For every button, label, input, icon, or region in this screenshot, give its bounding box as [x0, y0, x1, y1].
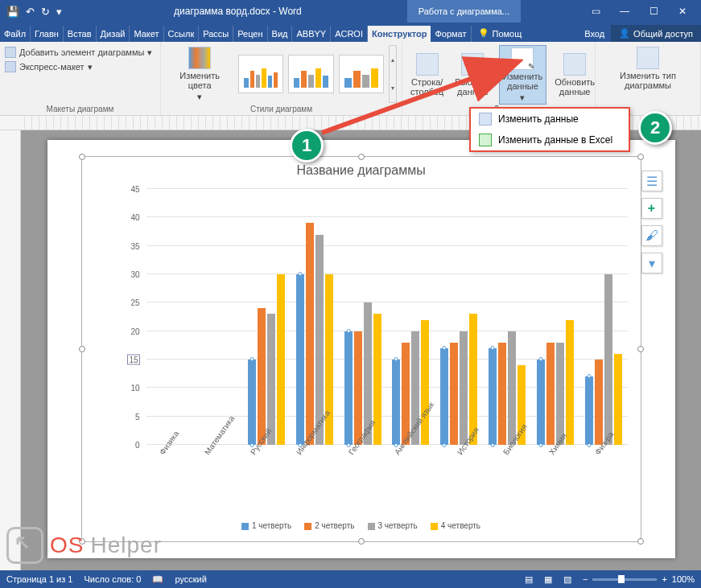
tab-references[interactable]: Ссылк [164, 26, 200, 42]
change-chart-type-button[interactable]: Изменить тип диаграммы [600, 45, 695, 92]
view-read-icon[interactable]: ▤ [525, 574, 533, 585]
watermark: OS Helper [6, 527, 162, 564]
chart-filters-button[interactable]: 🖌 [641, 225, 662, 246]
qat-more-icon[interactable]: ▾ [56, 6, 62, 18]
titlebar: 💾 ↶ ↻ ▾ диаграмма ворд.docx - Word Работ… [0, 0, 701, 23]
ribbon-options-icon[interactable]: ▭ [583, 6, 608, 17]
document-page: Название диаграммы 051015202530354045 Фи… [47, 140, 675, 558]
add-element-icon [5, 47, 16, 58]
bar-group [435, 189, 483, 445]
quick-layout-button[interactable]: Экспресс-макет ▾ [5, 60, 155, 74]
tab-acrobat[interactable]: ACROI [331, 26, 368, 42]
refresh-data-button[interactable]: Обновить данные [551, 51, 598, 98]
tab-abbyy[interactable]: ABBYY [292, 26, 331, 42]
bar-group [579, 189, 628, 445]
bar-group [194, 189, 242, 445]
bar[interactable] [258, 308, 266, 445]
minimize-icon[interactable]: — [612, 6, 637, 17]
share-button[interactable]: 👤 Общий доступ [611, 25, 701, 42]
bar-group [242, 189, 291, 445]
bar-group [531, 189, 579, 445]
chart-styles-button[interactable]: + [641, 198, 662, 219]
tab-chart-format[interactable]: Формат [431, 26, 471, 42]
legend-item[interactable]: 2 четверть [304, 521, 354, 530]
tab-home[interactable]: Главн [31, 26, 64, 42]
bar-group [339, 189, 387, 445]
proofing-icon[interactable]: 📖 [152, 574, 163, 585]
zoom-level[interactable]: 100% [672, 574, 695, 584]
view-print-icon[interactable]: ▦ [544, 574, 552, 585]
chart-object[interactable]: Название диаграммы 051015202530354045 Фи… [81, 156, 641, 542]
bar-group [483, 189, 531, 445]
y-tick-label: 15 [127, 355, 139, 365]
legend-item[interactable]: 4 четверть [431, 521, 480, 530]
add-chart-element-button[interactable]: Добавить элемент диаграммы ▾ [5, 45, 155, 60]
y-tick-label: 40 [130, 213, 139, 222]
zoom-slider[interactable] [592, 578, 657, 581]
tab-review[interactable]: Рецен [233, 26, 267, 42]
tab-chart-design[interactable]: Конструктор [368, 26, 431, 42]
zoom-out-icon[interactable]: − [583, 574, 588, 584]
y-tick-label: 5 [135, 412, 140, 421]
svg-line-0 [322, 63, 515, 133]
chart-legend[interactable]: 1 четверть2 четверть3 четверть4 четверть [82, 521, 641, 530]
bar[interactable] [354, 331, 362, 445]
callout-2: 2 [638, 111, 672, 145]
zoom-in-icon[interactable]: + [662, 574, 666, 584]
page-status[interactable]: Страница 1 из 1 [6, 574, 72, 584]
document-title: диаграмма ворд.docx - Word [68, 6, 407, 17]
vertical-ruler[interactable] [0, 130, 21, 570]
callout-1: 1 [290, 129, 324, 162]
undo-icon[interactable]: ↶ [26, 6, 35, 18]
redo-icon[interactable]: ↻ [41, 6, 50, 18]
chart-funnel-button[interactable]: ▾ [641, 253, 662, 273]
bar[interactable] [508, 331, 516, 445]
y-tick-label: 45 [130, 185, 139, 194]
quick-layout-icon [5, 61, 16, 72]
tab-design[interactable]: Дизай [97, 26, 130, 42]
y-tick-label: 30 [130, 270, 139, 279]
y-tick-label: 20 [130, 327, 139, 335]
y-tick-label: 0 [135, 441, 140, 450]
chart-style-1[interactable] [238, 55, 283, 93]
ribbon-tabs: Файл Главн Встав Дизай Макет Ссылк Рассы… [0, 23, 701, 42]
context-tab-title: Работа с диаграмма... [407, 0, 521, 23]
close-icon[interactable]: ✕ [670, 6, 695, 17]
tell-me[interactable]: 💡 Помощ [472, 25, 529, 42]
view-web-icon[interactable]: ▧ [563, 574, 571, 585]
bar-group [146, 189, 195, 445]
save-icon[interactable]: 💾 [6, 6, 19, 18]
chart-title[interactable]: Название диаграммы [82, 157, 641, 181]
annotation-arrow [314, 56, 523, 137]
login-link[interactable]: Вход [578, 26, 611, 42]
refresh-icon [563, 53, 586, 76]
bar[interactable] [604, 274, 612, 445]
maximize-icon[interactable]: ☐ [641, 6, 666, 17]
chart-type-icon [637, 47, 659, 69]
tab-insert[interactable]: Встав [64, 26, 97, 42]
tab-layout[interactable]: Макет [130, 26, 163, 42]
change-colors-button[interactable]: Изменить цвета ▾ [166, 45, 233, 103]
bar-group [291, 189, 339, 445]
group-chart-layouts: Макеты диаграмм [5, 105, 155, 115]
bar[interactable] [306, 223, 314, 445]
word-count[interactable]: Число слов: 0 [84, 574, 141, 584]
bar[interactable] [296, 274, 304, 445]
statusbar: Страница 1 из 1 Число слов: 0 📖 русский … [0, 570, 701, 588]
chart-elements-button[interactable]: ☰ [641, 171, 662, 191]
legend-item[interactable]: 3 четверть [368, 521, 418, 530]
y-tick-label: 10 [130, 384, 139, 393]
tab-view[interactable]: Вид [268, 26, 293, 42]
tab-mailings[interactable]: Рассы [199, 26, 233, 42]
chart-plot-area[interactable]: 051015202530354045 [122, 189, 628, 445]
workspace: Название диаграммы 051015202530354045 Фи… [0, 130, 701, 570]
language-status[interactable]: русский [175, 574, 206, 584]
y-tick-label: 25 [130, 298, 139, 307]
palette-icon [188, 47, 211, 69]
tab-file[interactable]: Файл [0, 26, 31, 42]
y-tick-label: 35 [130, 241, 139, 250]
legend-item[interactable]: 1 четверть [241, 521, 291, 530]
